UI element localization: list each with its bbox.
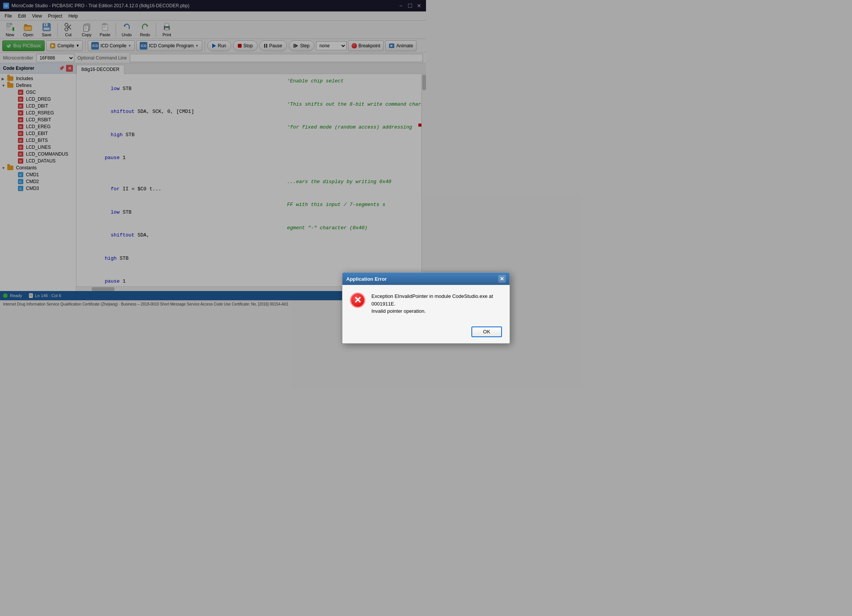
modal-title-bar: Application Error ✕ — [342, 273, 426, 285]
modal-title: Application Error — [346, 276, 387, 282]
modal-message: Exception EInvalidPointer in module Code… — [371, 293, 426, 308]
error-icon: ✕ — [350, 293, 365, 308]
modal-message-line2: 0001911E. — [371, 300, 426, 308]
application-error-dialog: Application Error ✕ ✕ Exception EInvalid… — [342, 272, 426, 308]
modal-message-line3: Invalid pointer operation. — [371, 307, 426, 308]
modal-body: ✕ Exception EInvalidPointer in module Co… — [342, 285, 426, 308]
modal-overlay: Application Error ✕ ✕ Exception EInvalid… — [0, 0, 426, 308]
modal-message-line1: Exception EInvalidPointer in module Code… — [371, 293, 426, 300]
